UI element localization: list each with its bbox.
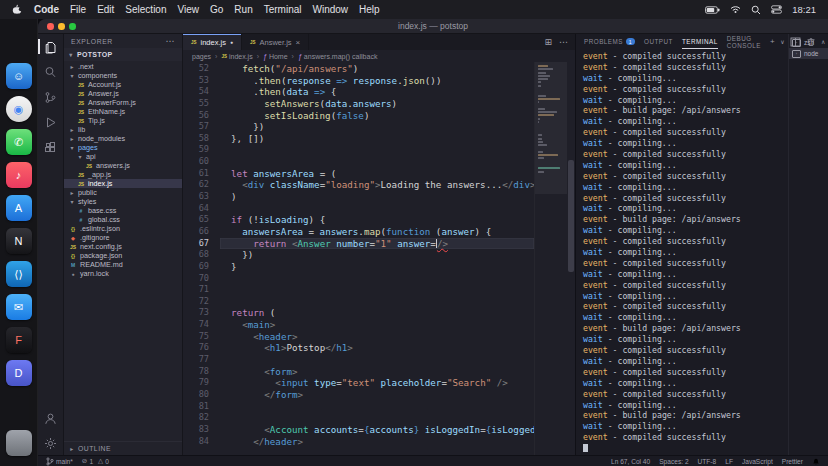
code-line[interactable]: if (!isLoading) { (220, 214, 534, 226)
code-line[interactable]: }) (220, 249, 534, 261)
code-line[interactable]: answersArea = answers.map(function (answ… (220, 226, 534, 238)
status-spaces-2[interactable]: Spaces: 2 (659, 458, 688, 465)
line-number[interactable]: 74 (183, 319, 209, 331)
line-number[interactable]: 58 (183, 133, 209, 145)
explorer-section-header[interactable]: ▾ POTSTOP (64, 48, 182, 61)
explorer-more-actions-icon[interactable]: ⋯ (165, 39, 175, 43)
dock-notion[interactable]: N (6, 228, 32, 254)
menu-go[interactable]: Go (210, 4, 223, 15)
line-number[interactable]: 61 (183, 168, 209, 180)
breadcrumb-home[interactable]: ƒHome (263, 53, 288, 60)
line-number[interactable]: 52 (183, 63, 209, 75)
code-line[interactable]: </header> (220, 436, 534, 448)
status-prettier[interactable]: Prettier (782, 458, 803, 465)
line-number[interactable]: 70 (183, 273, 209, 285)
tree-file-gitignore[interactable]: ◆.gitignore (64, 233, 182, 242)
wifi-icon[interactable] (730, 5, 741, 14)
code-line[interactable] (220, 144, 534, 156)
terminal-session-zsh[interactable]: ›zsh (789, 37, 828, 48)
code-line[interactable] (220, 412, 534, 424)
line-number[interactable]: 79 (183, 377, 209, 389)
menu-edit[interactable]: Edit (97, 4, 114, 15)
menu-help[interactable]: Help (359, 4, 380, 15)
line-number[interactable]: 60 (183, 156, 209, 168)
new-terminal-icon[interactable]: + (770, 37, 775, 46)
problems-indicator[interactable]: ⊘ 1 △ 0 (82, 457, 109, 465)
tree-folder-public[interactable]: ▸public (64, 188, 182, 197)
status-ln-67-col-40[interactable]: Ln 67, Col 40 (611, 458, 650, 465)
tree-file-account-js[interactable]: JSAccount.js (64, 80, 182, 89)
code-line[interactable]: <input type="text" placeholder="Search" … (220, 377, 534, 389)
run-debug-icon[interactable] (42, 115, 59, 129)
code-line[interactable] (220, 273, 534, 285)
dock-vscode[interactable]: ⟨⟩ (6, 261, 32, 287)
tab-index-js[interactable]: JSindex.js● (183, 34, 242, 50)
tree-folder-node-modules[interactable]: ▸node_modules (64, 134, 182, 143)
terminal-output[interactable]: event - compiled successfullyevent - com… (576, 49, 788, 455)
split-editor-icon[interactable]: ⊞ (544, 37, 552, 47)
line-number[interactable]: 72 (183, 296, 209, 308)
line-number[interactable]: 53 (183, 75, 209, 87)
code-line[interactable]: }) (220, 121, 534, 133)
tree-file-ethname-js[interactable]: JSEthName.js (64, 107, 182, 116)
outline-section-header[interactable]: ▸ OUTLINE (64, 441, 182, 455)
tree-file-eslintrc-json[interactable]: {}.eslintrc.json (64, 224, 182, 233)
settings-gear-icon[interactable] (42, 436, 59, 450)
menu-terminal[interactable]: Terminal (264, 4, 302, 15)
tree-file-global-css[interactable]: #global.css (64, 215, 182, 224)
code-line[interactable]: <div className="loading">Loading the ans… (220, 179, 534, 191)
code-line[interactable]: </form> (220, 389, 534, 401)
code-line[interactable] (220, 156, 534, 168)
breadcrumb-index-js[interactable]: JSindex.js (221, 53, 252, 60)
tree-folder-components[interactable]: ▾components (64, 71, 182, 80)
menu-selection[interactable]: Selection (125, 4, 166, 15)
panel-tab-debug-console[interactable]: DEBUG CONSOLE (727, 34, 761, 49)
battery-icon[interactable] (705, 6, 720, 14)
tree-folder-next[interactable]: ▸.next (64, 62, 182, 71)
menu-window[interactable]: Window (313, 4, 349, 15)
code-line[interactable]: <Account accounts={accounts} isLoggedIn=… (220, 424, 534, 436)
line-number[interactable]: 63 (183, 191, 209, 203)
breadcrumb-answers-map-callback[interactable]: ƒanswers.map() callback (298, 53, 377, 60)
menubar-clock[interactable]: 18:21 (792, 4, 816, 15)
line-number[interactable]: 73 (183, 307, 209, 319)
tree-file-index-js[interactable]: JSindex.js (64, 179, 182, 188)
source-control-icon[interactable] (42, 90, 59, 104)
line-number[interactable]: 55 (183, 98, 209, 110)
line-number[interactable]: 59 (183, 144, 209, 156)
code-line[interactable]: <form> (220, 366, 534, 378)
panel-tab-terminal[interactable]: TERMINAL (682, 34, 718, 49)
line-number[interactable]: 78 (183, 366, 209, 378)
code-line[interactable]: <main> (220, 319, 534, 331)
line-number[interactable]: 75 (183, 331, 209, 343)
status-javascript[interactable]: JavaScript (742, 458, 773, 465)
apple-menu-icon[interactable] (12, 4, 22, 15)
line-number[interactable]: 62 (183, 179, 209, 191)
code-line[interactable]: <h1>Potstop</h1> (220, 342, 534, 354)
tab-answer-js[interactable]: JSAnswer.js× (242, 34, 309, 50)
code-line[interactable]: return <Answer number="1" answer=/> (220, 238, 534, 250)
editor-scrollbar-thumb[interactable] (568, 160, 574, 272)
line-number[interactable]: 81 (183, 401, 209, 413)
menu-view[interactable]: View (178, 4, 200, 15)
dock-music[interactable]: ♪ (6, 162, 32, 188)
code-line[interactable] (220, 401, 534, 413)
zoom-window-button[interactable] (69, 23, 76, 30)
line-number[interactable]: 66 (183, 226, 209, 238)
modified-dot-icon[interactable]: ● (230, 39, 233, 45)
code-line[interactable]: return ( (220, 307, 534, 319)
line-number[interactable]: 80 (183, 389, 209, 401)
line-number[interactable]: 64 (183, 203, 209, 215)
line-number[interactable]: 54 (183, 86, 209, 98)
line-number[interactable]: 76 (183, 342, 209, 354)
control-center-icon[interactable] (771, 5, 782, 14)
menu-file[interactable]: File (70, 4, 86, 15)
explorer-icon[interactable] (42, 40, 59, 54)
tree-file-package-json[interactable]: {}package.json (64, 251, 182, 260)
tree-folder-lib[interactable]: ▸lib (64, 125, 182, 134)
code-line[interactable]: ) (220, 191, 534, 203)
account-icon[interactable] (42, 411, 59, 425)
code-line[interactable]: let answersArea = ( (220, 168, 534, 180)
editor-more-actions-icon[interactable]: ⋯ (559, 37, 568, 47)
line-number[interactable]: 69 (183, 261, 209, 273)
